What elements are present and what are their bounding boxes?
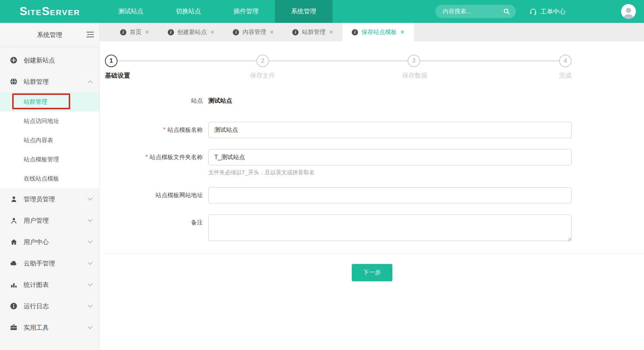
info-icon: i xyxy=(168,29,174,35)
siteserver-app: SITESERVER 测试站点 切换站点 插件管理 系统管理 工单中心 xyxy=(0,0,644,350)
sidebar-menu: 创建新站点 站群管理 站群管理 站点访问地址 xyxy=(0,47,99,338)
submenu-item-site-template-admin[interactable]: 站点模板管理 xyxy=(0,150,99,169)
close-icon[interactable]: ✕ xyxy=(269,29,274,35)
sidebar-item-label: 管理员管理 xyxy=(24,195,88,203)
sidebar-item-label: 云助手管理 xyxy=(24,259,88,268)
stepper-labels: 基础设置 保存文件 保存数据 完成 xyxy=(105,71,572,81)
nav-item-test-site[interactable]: 测试站点 xyxy=(102,0,160,23)
submenu-item-site-content-table[interactable]: 站点内容表 xyxy=(0,131,99,150)
nav-item-system-admin[interactable]: 系统管理 xyxy=(275,0,333,23)
save-template-page: 1 2 3 4 基础设置 保存文件 保存数据 完成 xyxy=(100,41,644,350)
close-icon[interactable]: ✕ xyxy=(400,29,405,35)
plus-circle-icon xyxy=(10,56,18,64)
remarks-textarea[interactable] xyxy=(208,215,572,241)
tab-home[interactable]: i 首页 ✕ xyxy=(111,23,159,41)
tab-create-site[interactable]: i 创建新站点 ✕ xyxy=(159,23,224,41)
site-label: 站点 xyxy=(105,93,208,108)
globe-icon xyxy=(10,78,18,85)
ticket-center-label: 工单中心 xyxy=(541,7,566,16)
cloud-icon xyxy=(10,260,18,267)
submenu-item-online-site-template[interactable]: 在线站点模板 xyxy=(0,169,99,188)
sidebar-item-run-log[interactable]: 运行日志 xyxy=(0,295,99,317)
sidebar-item-statistics[interactable]: 统计图表 xyxy=(0,274,99,295)
step-circle-4: 4 xyxy=(559,55,572,67)
logo-text: SITESERVER xyxy=(20,5,80,18)
sidebar-collapse-icon[interactable] xyxy=(86,31,94,38)
form-row-site: 站点 测试站点 xyxy=(105,93,572,108)
section-divider xyxy=(105,254,644,254)
siteserver-logo[interactable]: SITESERVER xyxy=(0,5,100,18)
sidebar-item-utilities[interactable]: 实用工具 xyxy=(0,317,99,338)
chevron-down-icon xyxy=(88,262,93,265)
template-name-label: *站点模板名称 xyxy=(105,122,208,138)
step-label-finish: 完成 xyxy=(559,71,572,80)
form-row-template-folder: *站点模板文件夹名称 文件夹必须以T_开头，且以英文或拼音取名 xyxy=(105,149,572,176)
top-header: SITESERVER 测试站点 切换站点 插件管理 系统管理 工单中心 xyxy=(0,0,644,23)
step-circle-3: 3 xyxy=(408,55,420,67)
step-label-save-data: 保存数据 xyxy=(402,71,427,80)
chevron-down-icon xyxy=(88,305,93,308)
required-asterisk: * xyxy=(146,154,148,160)
next-step-button[interactable]: 下一步 xyxy=(352,264,392,281)
template-url-input[interactable] xyxy=(208,187,572,203)
sidebar-item-label: 用户管理 xyxy=(24,216,88,225)
person-icon xyxy=(623,6,634,19)
stepper-track: 1 2 3 4 xyxy=(105,55,572,67)
user-icon xyxy=(10,217,18,224)
wizard-stepper: 1 2 3 4 基础设置 保存文件 保存数据 完成 xyxy=(105,55,572,81)
stepper-line xyxy=(111,61,565,61)
chevron-down-icon xyxy=(88,326,93,329)
form-row-template-name: *站点模板名称 xyxy=(105,122,572,138)
sidebar-item-user-management[interactable]: 用户管理 xyxy=(0,210,99,231)
tab-content-admin[interactable]: i 内容管理 ✕ xyxy=(224,23,283,41)
submenu-item-site-group-admin[interactable]: 站群管理 xyxy=(0,92,99,111)
info-icon: i xyxy=(120,29,126,35)
sidebar-item-label: 统计图表 xyxy=(24,281,88,289)
info-icon: i xyxy=(233,29,239,35)
remarks-label: 备注 xyxy=(105,215,208,243)
nav-item-plugin-admin[interactable]: 插件管理 xyxy=(217,0,275,23)
tab-save-site-template[interactable]: i 保存站点模板 ✕ xyxy=(343,23,414,41)
step-label-basic-settings: 基础设置 xyxy=(105,71,130,80)
tab-site-group-admin[interactable]: i 站群管理 ✕ xyxy=(283,23,343,41)
template-form: 站点 测试站点 *站点模板名称 *站点模板文件夹名称 xyxy=(105,93,572,243)
main-area: 系统管理 创建新站点 站群管理 xyxy=(0,23,644,350)
chevron-up-icon xyxy=(88,80,93,83)
info-icon: i xyxy=(352,29,358,35)
sidebar: 系统管理 创建新站点 站群管理 xyxy=(0,23,100,350)
site-group-submenu: 站群管理 站点访问地址 站点内容表 站点模板管理 在线站点模板 xyxy=(0,92,99,188)
close-icon[interactable]: ✕ xyxy=(210,29,215,35)
chevron-down-icon xyxy=(88,240,93,244)
template-folder-label: *站点模板文件夹名称 xyxy=(105,149,208,176)
nav-item-switch-site[interactable]: 切换站点 xyxy=(160,0,217,23)
folder-name-hint: 文件夹必须以T_开头，且以英文或拼音取名 xyxy=(208,169,572,176)
tab-label: 创建新站点 xyxy=(177,28,207,36)
submenu-item-label: 站群管理 xyxy=(24,99,47,105)
close-icon[interactable]: ✕ xyxy=(329,29,333,35)
template-folder-input[interactable] xyxy=(208,149,572,165)
step-circle-1: 1 xyxy=(105,55,117,67)
sidebar-item-create-site[interactable]: 创建新站点 xyxy=(0,49,99,71)
search-input[interactable] xyxy=(443,8,502,15)
sidebar-item-label: 站群管理 xyxy=(24,78,88,86)
sidebar-item-admin-management[interactable]: 管理员管理 xyxy=(0,188,99,210)
search-icon[interactable] xyxy=(502,7,511,16)
form-row-template-url: 站点模板网站地址 xyxy=(105,187,572,203)
content-area: i 首页 ✕ i 创建新站点 ✕ i 内容管理 ✕ i 站群管理 ✕ xyxy=(100,23,644,350)
template-name-input[interactable] xyxy=(208,122,572,138)
close-icon[interactable]: ✕ xyxy=(145,29,149,35)
sidebar-item-label: 实用工具 xyxy=(24,323,88,332)
chevron-down-icon xyxy=(88,283,93,286)
top-nav: 测试站点 切换站点 插件管理 系统管理 xyxy=(102,0,333,23)
tab-label: 内容管理 xyxy=(242,28,266,36)
sidebar-item-site-group[interactable]: 站群管理 xyxy=(0,71,99,92)
tab-label: 保存站点模板 xyxy=(361,28,397,36)
submenu-item-site-access-url[interactable]: 站点访问地址 xyxy=(0,111,99,131)
avatar[interactable] xyxy=(621,4,636,19)
sidebar-item-user-center[interactable]: 用户中心 xyxy=(0,231,99,253)
sidebar-item-cloud-assistant[interactable]: 云助手管理 xyxy=(0,253,99,274)
step-label-save-files: 保存文件 xyxy=(250,71,275,80)
admin-icon xyxy=(10,196,18,203)
chevron-down-icon xyxy=(88,198,93,201)
ticket-center-link[interactable]: 工单中心 xyxy=(529,7,566,16)
